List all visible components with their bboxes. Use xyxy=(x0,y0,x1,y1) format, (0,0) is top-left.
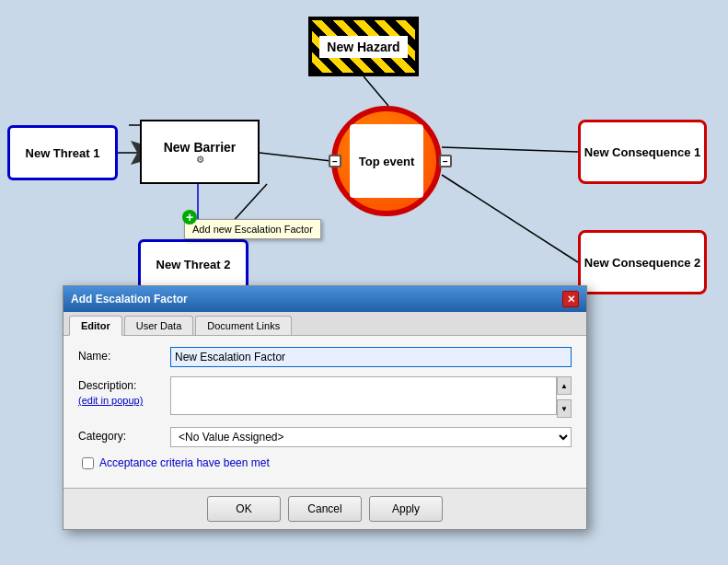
apply-button[interactable]: Apply xyxy=(369,496,443,522)
dialog-close-button[interactable]: ✕ xyxy=(562,291,579,307)
dialog-title: Add Escalation Factor xyxy=(71,293,188,306)
dialog-tabs: Editor User Data Document Links xyxy=(64,312,586,336)
description-scroll-down[interactable]: ▼ xyxy=(557,399,572,418)
tab-user-data[interactable]: User Data xyxy=(124,316,194,335)
tab-document-links[interactable]: Document Links xyxy=(195,316,292,335)
description-label: Description: xyxy=(78,376,170,392)
category-select[interactable]: <No Value Assigned> xyxy=(170,427,572,447)
tab-editor[interactable]: Editor xyxy=(69,316,122,336)
acceptance-row: Acceptance criteria have been met xyxy=(78,456,572,469)
description-row: Description: (edit in popup) ▲ ▼ xyxy=(78,376,572,418)
category-label: Category: xyxy=(78,427,170,443)
acceptance-checkbox[interactable] xyxy=(82,457,94,469)
add-escalation-dialog: Add Escalation Factor ✕ Editor User Data… xyxy=(63,285,587,530)
dialog-overlay: Add Escalation Factor ✕ Editor User Data… xyxy=(0,0,728,565)
edit-in-popup-link[interactable]: (edit in popup) xyxy=(78,392,170,406)
ok-button[interactable]: OK xyxy=(207,496,281,522)
description-container: ▲ ▼ xyxy=(170,376,572,418)
description-textarea[interactable] xyxy=(170,376,557,415)
dialog-titlebar: Add Escalation Factor ✕ xyxy=(64,286,586,312)
name-row: Name: xyxy=(78,347,572,367)
description-scroll-up[interactable]: ▲ xyxy=(557,376,572,395)
dialog-footer: OK Cancel Apply xyxy=(64,488,586,529)
acceptance-label[interactable]: Acceptance criteria have been met xyxy=(99,456,270,469)
cancel-button[interactable]: Cancel xyxy=(288,496,362,522)
dialog-body: Name: Description: (edit in popup) ▲ ▼ C… xyxy=(64,336,586,488)
name-input[interactable] xyxy=(170,347,572,367)
category-row: Category: <No Value Assigned> xyxy=(78,427,572,447)
name-label: Name: xyxy=(78,347,170,363)
